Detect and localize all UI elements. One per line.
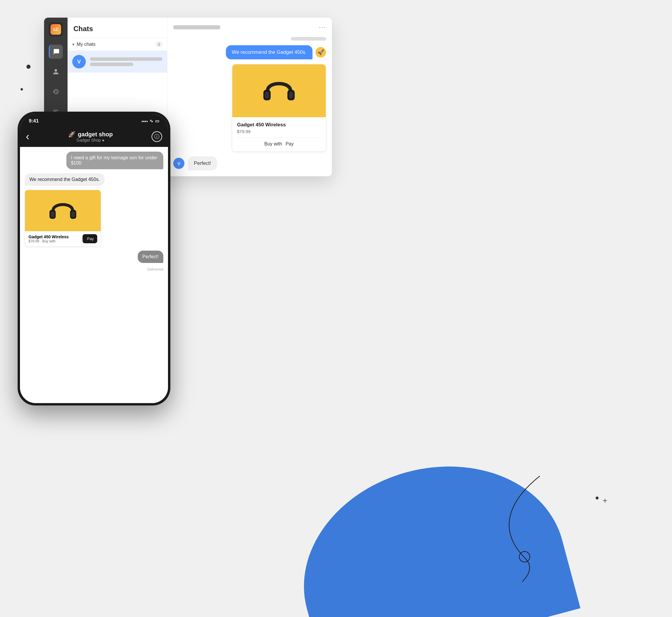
lc-logo-text: LC [50,24,61,35]
phone-reply-message: Perfect! [138,251,163,263]
chat-header-placeholder [173,25,220,29]
outgoing-message-text: We recommend the Gadget 450s. [232,49,307,55]
phone-status-icons: ▪▪▪▪ ∿ ▭ [142,119,159,124]
phone-product-card: Gadget 450 Wireless $79.99 · Buy with Pa… [25,190,101,246]
signal-icon: ▪▪▪▪ [142,119,148,124]
svg-point-0 [519,552,530,562]
message-area: We recommend the Gadget 450s. 🚀 [173,37,326,170]
product-name: Gadget 450 Wireless [237,122,321,128]
phone-product-info: Gadget 450 Wireless $79.99 · Buy with Pa… [25,231,101,246]
wifi-icon: ∿ [150,119,153,124]
phone-messages: I need a gift for my teenage son for und… [20,147,168,403]
product-image [232,64,326,117]
svg-rect-8 [71,212,75,217]
chat-icon [53,48,60,55]
phone-header: ‹ 🚀 gadget shop Gadget Shop ● ⓘ [20,126,168,147]
phone-chat-title: 🚀 gadget shop Gadget Shop ● [33,131,148,143]
decorative-plus: + [603,496,607,505]
phone-product-image [25,190,101,231]
phone-status-bar: 9:41 ▪▪▪▪ ∿ ▭ [20,114,168,126]
info-icon[interactable]: ⓘ [152,131,162,142]
phone-pay-label: Pay [87,236,94,241]
pay-label: Pay [285,141,294,147]
contacts-icon [52,68,59,75]
battery-icon: ▭ [155,119,159,124]
decorative-dot-1 [26,65,31,69]
chat-list-item[interactable]: V [67,51,167,72]
chat-preview [90,57,163,66]
msg-timestamp-placeholder [291,37,326,40]
phone-user-message: I need a gift for my teenage son for und… [66,152,163,169]
chat-area: ··· We recommend the Gadget 450s. 🚀 [167,18,332,176]
rocket-icon-small: 🚀 [68,131,75,138]
phone-screen: 9:41 ▪▪▪▪ ∿ ▭ ‹ 🚀 gadget shop Gadget Sho… [20,114,168,403]
chat-avatar: V [72,55,86,68]
chat-area-header: ··· [173,23,326,31]
app-logo: LC [49,22,63,36]
my-chats-label: My chats [77,42,153,47]
decorative-curve [481,470,569,588]
svg-rect-7 [51,212,54,217]
sidebar-item-chats[interactable] [49,45,63,59]
chevron-down-icon: ▾ [72,42,74,47]
buy-with-applepay-button[interactable]: Buy with Pay [237,141,321,147]
svg-rect-3 [265,92,269,98]
incoming-message-row: V Perfect! [173,156,326,170]
product-card: Gadget 450 Wireless $79.99 Buy with Pay [232,64,326,152]
phone-shop-status: Gadget Shop ● [33,138,148,143]
chat-preview-line-1 [90,57,163,61]
phone-delivered-status: Delivered [147,267,163,271]
headphones-illustration [260,73,298,109]
mobile-phone: 9:41 ▪▪▪▪ ∿ ▭ ‹ 🚀 gadget shop Gadget Sho… [18,112,170,405]
incoming-message-bubble: Perfect! [188,156,217,170]
outgoing-message-bubble: We recommend the Gadget 450s. [226,45,312,59]
phone-agent-message: We recommend the Gadget 450s. [25,173,104,186]
rocket-badge-icon: 🚀 [315,47,326,57]
phone-shop-name: 🚀 gadget shop [33,131,148,138]
svg-rect-4 [289,92,293,98]
incoming-avatar: V [173,158,185,169]
phone-headphones-illustration [45,196,80,225]
more-options-icon[interactable]: ··· [319,23,326,31]
phone-product-price: $79.99 · Buy with [28,239,69,243]
outgoing-message-row: We recommend the Gadget 450s. 🚀 [173,45,326,59]
phone-product-name: Gadget 450 Wireless [28,234,69,239]
phone-product-details: Gadget 450 Wireless $79.99 · Buy with [28,234,69,243]
decorative-dot-3 [596,496,599,499]
sidebar-item-contacts[interactable] [49,65,63,79]
phone-time: 9:41 [29,118,39,124]
phone-body: 9:41 ▪▪▪▪ ∿ ▭ ‹ 🚀 gadget shop Gadget Sho… [18,112,170,405]
history-icon [52,88,59,95]
product-price: $79.99 [237,129,321,134]
phone-apple-pay-button[interactable]: Pay [82,234,97,243]
product-info: Gadget 450 Wireless $79.99 Buy with Pay [232,117,326,151]
back-arrow-icon[interactable]: ‹ [26,131,29,143]
chat-count-badge: 1 [156,41,163,47]
product-divider [237,138,321,138]
buy-label: Buy with [264,141,282,147]
sidebar-item-history[interactable] [49,84,63,99]
chat-preview-line-2 [90,62,133,66]
chats-header-title: Chats [67,18,167,38]
my-chats-section[interactable]: ▾ My chats 1 [67,38,167,51]
decorative-dot-2 [21,88,23,90]
